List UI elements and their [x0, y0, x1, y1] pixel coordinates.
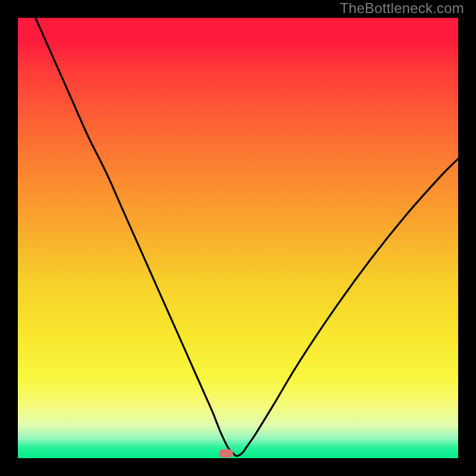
watermark-label: TheBottleneck.com — [340, 0, 464, 17]
chart-outer-frame: TheBottleneck.com — [0, 0, 476, 476]
bottleneck-curve — [18, 18, 458, 458]
plot-frame — [18, 18, 458, 458]
minimum-marker — [219, 449, 233, 458]
